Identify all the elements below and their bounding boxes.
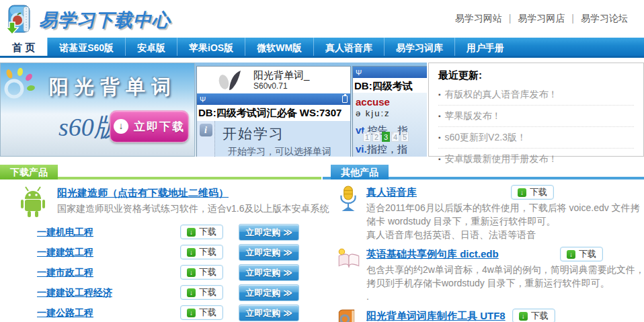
order-button[interactable]: 立即定购≫ [239, 305, 299, 321]
download-row: 一建建筑工程 ↓下载 立即定购≫ [0, 243, 321, 263]
page-dot-4[interactable]: 4 [391, 132, 399, 142]
page-dot-2[interactable]: 2 [372, 132, 380, 142]
other-product-description: 适合2011年06月以后版本的软件使用，下载后将 voice.edv 文件拷 储… [366, 201, 644, 241]
app-version: S60v0.71 [253, 81, 288, 91]
word-meaning: vi.指控，指 [356, 143, 427, 156]
other-product-description: 包含共享的约2w单词音标，4w单词的例句，简明词典需要此文件，下 拷贝到手机存储… [366, 263, 644, 303]
product-link[interactable]: 一建建设工程经济 [37, 287, 112, 299]
download-arrow-icon: ↓ [519, 312, 528, 321]
menu-item-subtitle: 开始学习，可以选择单词 [228, 146, 331, 157]
db-status-line: DB:四级考试词汇必备 WS:7307 [197, 105, 350, 121]
feature-product-description: 国家建造师职业资格考试练习软件，适合v1.6及以上版本安卓系统 [57, 203, 329, 215]
product-link[interactable]: 一建公路工程 [37, 307, 93, 319]
header-links: 易学习网站|易学习网店|易学习论坛 [448, 13, 635, 25]
chevron-right-icon: ≫ [283, 268, 292, 278]
download-button[interactable]: ↓下载 [512, 309, 555, 322]
download-button[interactable]: ↓下载 [180, 245, 223, 259]
banner-download-button[interactable]: ↓ 立即下载 [110, 110, 189, 143]
order-button-label: 立即定购 [245, 267, 280, 279]
meaning-text: 指控，指 [367, 143, 407, 155]
download-button-label: 下载 [199, 246, 216, 258]
nav-tab-manual[interactable]: 用户手册 [454, 38, 516, 56]
other-product-header: 英语基础共享例句库 dict.edb ↓下载 [366, 247, 644, 261]
bullet-icon: ▪ [438, 134, 441, 141]
download-row: 一建机电工程 ↓下载 立即定购≫ [0, 223, 321, 243]
page-dot-5[interactable]: 5 [401, 132, 409, 142]
app-header: 阳光背单词_ S60v0.71 [197, 67, 350, 93]
description-line: 拷贝到手机存储卡wordstudy 目录下，重新运行软件即可。 [366, 276, 644, 290]
site-title: 易学习下载中心 [39, 8, 171, 32]
nav-tab-android[interactable]: 安卓版 [125, 38, 177, 56]
info-icon: i [200, 124, 212, 136]
link-shop[interactable]: 易学习网店 [518, 13, 565, 24]
nav-tab-voice-library[interactable]: 真人语音库 [313, 38, 384, 56]
backpack-download-icon [4, 2, 35, 38]
microphone-icon [336, 186, 360, 215]
chevron-right-icon: ≫ [283, 308, 292, 318]
download-row: 一建市政工程 ↓下载 立即定购≫ [0, 263, 321, 283]
nav-tab-nokia-s60[interactable]: 诺基亚S60版 [47, 38, 125, 56]
description-line: 储卡 wordstudy 目录下，重新运行软件即可。 [366, 214, 644, 228]
feature-product-link[interactable]: 阳光建造师（点击有下载地址二维码） [57, 187, 229, 200]
nav-tab-wm[interactable]: 微软WM版 [245, 38, 313, 56]
nav-tab-ios[interactable]: 苹果iOS版 [177, 38, 245, 56]
download-button[interactable]: ↓下载 [180, 285, 223, 300]
other-product: 阳光背单词词库制作工具 UTF8 ↓下载 [323, 309, 644, 322]
link-separator: | [509, 13, 512, 24]
banner-product-title: 阳光背单词 [36, 74, 190, 101]
recent-update-item[interactable]: ▪s60更新到V2.3版！ [438, 127, 634, 149]
description-line: . [366, 290, 644, 303]
description-line: 包含共享的约2w单词音标，4w单词的例句，简明词典需要此文件，下 [366, 263, 644, 276]
download-products-section: 下载产品 阳光 [0, 165, 321, 322]
other-product-link[interactable]: 英语基础共享例句库 dict.edb [366, 248, 553, 261]
order-button[interactable]: 立即定购≫ [239, 244, 299, 261]
nav-tab-dictionary[interactable]: 易学习词库 [384, 38, 454, 56]
order-button-label: 立即定购 [245, 227, 280, 239]
download-button-label: 下载 [199, 307, 216, 319]
link-forum[interactable]: 易学习论坛 [581, 13, 628, 24]
other-products-section: 其他产品 真人语音库 ↓下载 [323, 165, 644, 322]
recent-update-item[interactable]: ▪苹果版发布！ [438, 106, 634, 127]
part-of-speech: vi. [356, 143, 367, 155]
word-card: accuse ə kju:z vt.控告，指 vi.指控，指 [353, 93, 427, 157]
download-button[interactable]: ↓下载 [180, 305, 223, 320]
page-dot-1[interactable]: 1 [363, 132, 371, 142]
app-name: 阳光背单词_ [253, 69, 309, 82]
download-arrow-icon: ↓ [567, 250, 575, 259]
download-arrow-icon: ↓ [187, 228, 196, 237]
other-product-link[interactable]: 阳光背单词词库制作工具 UTF8 [366, 310, 506, 322]
product-link[interactable]: 一建建筑工程 [37, 247, 93, 259]
order-button-label: 立即定购 [245, 307, 280, 319]
order-button[interactable]: 立即定购≫ [239, 264, 299, 281]
order-button-label: 立即定购 [245, 287, 280, 299]
menu-item-title: 开始学习 [223, 124, 284, 143]
link-separator: | [571, 13, 574, 24]
download-button[interactable]: ↓下载 [560, 247, 603, 261]
other-product-link[interactable]: 真人语音库 [366, 186, 504, 199]
recent-update-item[interactable]: ▪有版权的真人语音库发布！ [438, 84, 634, 106]
download-button[interactable]: ↓下载 [511, 185, 554, 200]
book-wrench-tool-icon [336, 309, 358, 322]
page-dot-3-active[interactable]: 3 [382, 132, 390, 142]
link-website[interactable]: 易学习网站 [455, 13, 502, 24]
download-button[interactable]: ↓下载 [180, 265, 223, 280]
sun-flower-icon [1, 67, 37, 106]
carousel-pagination: 1 2 3 4 5 [363, 132, 409, 142]
bullet-icon: ▪ [438, 155, 441, 163]
download-arrow-icon: ↓ [187, 248, 196, 257]
bullet-icon: ▪ [438, 112, 441, 120]
bullet-icon: ▪ [438, 91, 441, 98]
download-button[interactable]: ↓下载 [180, 225, 223, 239]
phone-screenshot-1: 阳光背单词_ S60v0.71 Ψ DB:四级考试词汇必备 WS:7307 i … [196, 66, 351, 157]
open-book-icon [336, 247, 362, 272]
screenshot-carousel: 阳光背单词_ S60v0.71 Ψ DB:四级考试词汇必备 WS:7307 i … [195, 63, 427, 157]
nav-tab-home[interactable]: 首 页 [0, 38, 47, 56]
product-link[interactable]: 一建机电工程 [37, 227, 93, 239]
other-product-header: 阳光背单词词库制作工具 UTF8 ↓下载 [366, 309, 644, 322]
recent-update-text: 苹果版发布！ [445, 110, 501, 121]
product-link[interactable]: 一建市政工程 [37, 267, 93, 279]
promo-banner: 阳光背单词 s60版 ↓ 立即下载 [0, 63, 195, 157]
site-logo[interactable]: 易学习下载中心 [4, 2, 171, 38]
order-button[interactable]: 立即定购≫ [239, 224, 299, 241]
order-button[interactable]: 立即定购≫ [239, 284, 299, 301]
